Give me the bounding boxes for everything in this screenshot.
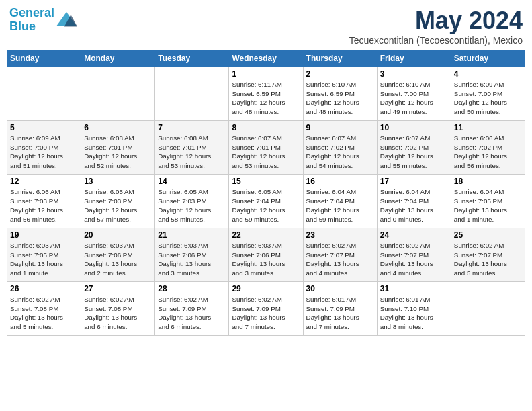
calendar-cell: 24Sunrise: 6:02 AM Sunset: 7:07 PM Dayli…	[377, 228, 451, 282]
calendar-cell: 21Sunrise: 6:03 AM Sunset: 7:06 PM Dayli…	[155, 228, 229, 282]
day-number: 7	[158, 123, 226, 132]
day-number: 15	[232, 177, 300, 186]
day-info: Sunrise: 6:07 AM Sunset: 7:01 PM Dayligh…	[232, 134, 300, 171]
page-header: GeneralBlue May 2024 Tecuexcontitlan (Te…	[7, 7, 525, 46]
day-info: Sunrise: 6:05 AM Sunset: 7:04 PM Dayligh…	[232, 187, 300, 224]
calendar-cell: 11Sunrise: 6:06 AM Sunset: 7:02 PM Dayli…	[451, 121, 525, 175]
calendar-cell: 31Sunrise: 6:01 AM Sunset: 7:10 PM Dayli…	[377, 282, 451, 336]
header-day: Wednesday	[229, 50, 303, 67]
calendar-cell: 12Sunrise: 6:06 AM Sunset: 7:03 PM Dayli…	[7, 175, 81, 228]
day-number: 21	[158, 230, 226, 240]
day-info: Sunrise: 6:06 AM Sunset: 7:03 PM Dayligh…	[10, 187, 78, 224]
calendar-cell	[81, 67, 155, 121]
day-number: 27	[84, 284, 152, 293]
day-number: 3	[380, 69, 448, 79]
day-info: Sunrise: 6:10 AM Sunset: 6:59 PM Dayligh…	[306, 80, 374, 117]
calendar-cell	[451, 282, 525, 336]
calendar-cell: 25Sunrise: 6:02 AM Sunset: 7:07 PM Dayli…	[451, 228, 525, 282]
day-info: Sunrise: 6:08 AM Sunset: 7:01 PM Dayligh…	[158, 134, 226, 171]
calendar-cell: 19Sunrise: 6:03 AM Sunset: 7:05 PM Dayli…	[7, 228, 81, 282]
day-number: 22	[232, 230, 300, 240]
calendar-cell: 17Sunrise: 6:04 AM Sunset: 7:04 PM Dayli…	[377, 175, 451, 228]
calendar-cell: 1Sunrise: 6:11 AM Sunset: 6:59 PM Daylig…	[229, 67, 303, 121]
logo-text: GeneralBlue	[9, 7, 54, 34]
calendar-cell: 5Sunrise: 6:09 AM Sunset: 7:00 PM Daylig…	[7, 121, 81, 175]
calendar-week: 1Sunrise: 6:11 AM Sunset: 6:59 PM Daylig…	[7, 67, 525, 121]
calendar-cell: 20Sunrise: 6:03 AM Sunset: 7:06 PM Dayli…	[81, 228, 155, 282]
day-info: Sunrise: 6:03 AM Sunset: 7:06 PM Dayligh…	[158, 241, 226, 278]
day-info: Sunrise: 6:02 AM Sunset: 7:07 PM Dayligh…	[454, 241, 522, 278]
calendar-cell: 7Sunrise: 6:08 AM Sunset: 7:01 PM Daylig…	[155, 121, 229, 175]
day-info: Sunrise: 6:05 AM Sunset: 7:03 PM Dayligh…	[84, 187, 152, 224]
calendar-table: SundayMondayTuesdayWednesdayThursdayFrid…	[7, 50, 525, 336]
calendar-cell: 8Sunrise: 6:07 AM Sunset: 7:01 PM Daylig…	[229, 121, 303, 175]
day-number: 19	[10, 230, 78, 240]
calendar-cell: 29Sunrise: 6:02 AM Sunset: 7:09 PM Dayli…	[229, 282, 303, 336]
day-number: 8	[232, 123, 300, 132]
calendar-week: 12Sunrise: 6:06 AM Sunset: 7:03 PM Dayli…	[7, 175, 525, 228]
day-number: 16	[306, 177, 374, 186]
day-number: 26	[10, 284, 78, 293]
calendar-cell: 26Sunrise: 6:02 AM Sunset: 7:08 PM Dayli…	[7, 282, 81, 336]
day-number: 5	[10, 123, 78, 132]
calendar-cell: 13Sunrise: 6:05 AM Sunset: 7:03 PM Dayli…	[81, 175, 155, 228]
calendar-cell: 23Sunrise: 6:02 AM Sunset: 7:07 PM Dayli…	[303, 228, 377, 282]
day-number: 13	[84, 177, 152, 186]
location: Tecuexcontitlan (Tecoescontitlan), Mexic…	[349, 35, 523, 46]
header-day: Thursday	[303, 50, 377, 67]
day-number: 28	[158, 284, 226, 293]
day-number: 10	[380, 123, 448, 132]
day-number: 17	[380, 177, 448, 186]
day-info: Sunrise: 6:08 AM Sunset: 7:01 PM Dayligh…	[84, 134, 152, 171]
calendar-week: 5Sunrise: 6:09 AM Sunset: 7:00 PM Daylig…	[7, 121, 525, 175]
day-number: 11	[454, 123, 522, 132]
day-info: Sunrise: 6:02 AM Sunset: 7:09 PM Dayligh…	[232, 295, 300, 332]
day-info: Sunrise: 6:02 AM Sunset: 7:08 PM Dayligh…	[84, 295, 152, 332]
calendar-cell: 27Sunrise: 6:02 AM Sunset: 7:08 PM Dayli…	[81, 282, 155, 336]
calendar-cell: 16Sunrise: 6:04 AM Sunset: 7:04 PM Dayli…	[303, 175, 377, 228]
day-info: Sunrise: 6:10 AM Sunset: 7:00 PM Dayligh…	[380, 80, 448, 117]
day-number: 14	[158, 177, 226, 186]
day-info: Sunrise: 6:07 AM Sunset: 7:02 PM Dayligh…	[306, 134, 374, 171]
day-info: Sunrise: 6:06 AM Sunset: 7:02 PM Dayligh…	[454, 134, 522, 171]
day-info: Sunrise: 6:02 AM Sunset: 7:07 PM Dayligh…	[306, 241, 374, 278]
day-number: 29	[232, 284, 300, 293]
calendar-cell: 28Sunrise: 6:02 AM Sunset: 7:09 PM Dayli…	[155, 282, 229, 336]
calendar-cell: 22Sunrise: 6:03 AM Sunset: 7:06 PM Dayli…	[229, 228, 303, 282]
calendar-cell: 15Sunrise: 6:05 AM Sunset: 7:04 PM Dayli…	[229, 175, 303, 228]
day-number: 9	[306, 123, 374, 132]
day-number: 6	[84, 123, 152, 132]
day-number: 30	[306, 284, 374, 293]
calendar-cell: 30Sunrise: 6:01 AM Sunset: 7:09 PM Dayli…	[303, 282, 377, 336]
day-number: 25	[454, 230, 522, 240]
header-day: Monday	[81, 50, 155, 67]
day-info: Sunrise: 6:04 AM Sunset: 7:05 PM Dayligh…	[454, 187, 522, 224]
calendar-cell	[7, 67, 81, 121]
calendar-cell: 14Sunrise: 6:05 AM Sunset: 7:03 PM Dayli…	[155, 175, 229, 228]
day-info: Sunrise: 6:01 AM Sunset: 7:10 PM Dayligh…	[380, 295, 448, 332]
day-info: Sunrise: 6:02 AM Sunset: 7:07 PM Dayligh…	[380, 241, 448, 278]
calendar-cell	[155, 67, 229, 121]
logo: GeneralBlue	[9, 7, 77, 34]
calendar-cell: 18Sunrise: 6:04 AM Sunset: 7:05 PM Dayli…	[451, 175, 525, 228]
title-block: May 2024 Tecuexcontitlan (Tecoescontitla…	[349, 7, 523, 46]
calendar-cell: 10Sunrise: 6:07 AM Sunset: 7:02 PM Dayli…	[377, 121, 451, 175]
day-number: 20	[84, 230, 152, 240]
day-number: 12	[10, 177, 78, 186]
day-info: Sunrise: 6:09 AM Sunset: 7:00 PM Dayligh…	[10, 134, 78, 171]
day-info: Sunrise: 6:07 AM Sunset: 7:02 PM Dayligh…	[380, 134, 448, 171]
day-number: 23	[306, 230, 374, 240]
day-info: Sunrise: 6:03 AM Sunset: 7:06 PM Dayligh…	[84, 241, 152, 278]
day-info: Sunrise: 6:11 AM Sunset: 6:59 PM Dayligh…	[232, 80, 300, 117]
calendar-cell: 9Sunrise: 6:07 AM Sunset: 7:02 PM Daylig…	[303, 121, 377, 175]
day-number: 18	[454, 177, 522, 186]
calendar-cell: 3Sunrise: 6:10 AM Sunset: 7:00 PM Daylig…	[377, 67, 451, 121]
calendar-header: SundayMondayTuesdayWednesdayThursdayFrid…	[7, 50, 525, 67]
header-day: Friday	[377, 50, 451, 67]
calendar-body: 1Sunrise: 6:11 AM Sunset: 6:59 PM Daylig…	[7, 67, 525, 336]
day-number: 24	[380, 230, 448, 240]
header-day: Tuesday	[155, 50, 229, 67]
day-info: Sunrise: 6:05 AM Sunset: 7:03 PM Dayligh…	[158, 187, 226, 224]
day-info: Sunrise: 6:03 AM Sunset: 7:06 PM Dayligh…	[232, 241, 300, 278]
logo-icon	[56, 9, 77, 31]
